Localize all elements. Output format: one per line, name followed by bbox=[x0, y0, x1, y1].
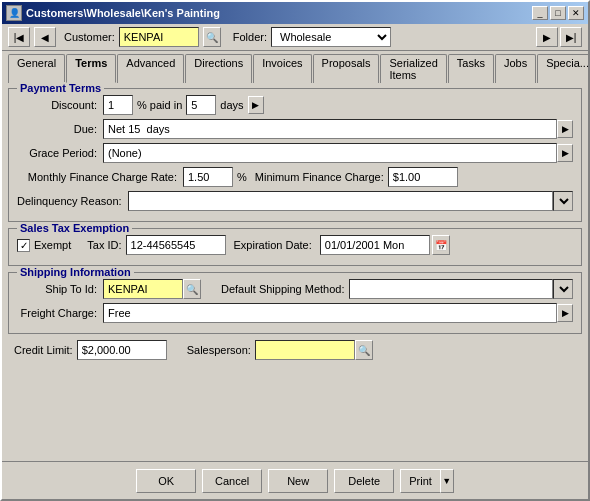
exempt-label: Exempt bbox=[34, 239, 71, 251]
tab-tasks[interactable]: Tasks bbox=[448, 54, 494, 83]
shipping-group: Shipping Information Ship To Id: 🔍 Defau… bbox=[8, 272, 582, 334]
new-button[interactable]: New bbox=[268, 469, 328, 493]
ship-to-input[interactable] bbox=[103, 279, 183, 299]
expiration-input[interactable] bbox=[320, 235, 430, 255]
customer-label: Customer: bbox=[64, 31, 115, 43]
discount-label: Discount: bbox=[17, 99, 97, 111]
nav-first-button[interactable]: |◀ bbox=[8, 27, 30, 47]
customer-search-button[interactable]: 🔍 bbox=[203, 27, 221, 47]
title-bar: 👤 Customers\Wholesale\Ken's Painting _ □… bbox=[2, 2, 588, 24]
tab-directions[interactable]: Directions bbox=[185, 54, 252, 83]
ok-button[interactable]: OK bbox=[136, 469, 196, 493]
default-shipping-input[interactable] bbox=[349, 279, 553, 299]
shipping-title: Shipping Information bbox=[17, 266, 134, 278]
window-controls: _ □ ✕ bbox=[532, 6, 584, 20]
payment-terms-title: Payment Terms bbox=[17, 82, 104, 94]
main-window: 👤 Customers\Wholesale\Ken's Painting _ □… bbox=[0, 0, 590, 501]
nav-last-button[interactable]: ▶| bbox=[560, 27, 582, 47]
delinquency-select[interactable] bbox=[553, 191, 573, 211]
freight-combo: ▶ bbox=[103, 303, 573, 323]
discount-row: Discount: % paid in days ▶ bbox=[17, 95, 573, 115]
delete-button[interactable]: Delete bbox=[334, 469, 394, 493]
app-icon: 👤 bbox=[6, 5, 22, 21]
expiration-calendar-button[interactable]: 📅 bbox=[432, 235, 450, 255]
nav-right: ▶ ▶| bbox=[536, 27, 582, 47]
bottom-bar: OK Cancel New Delete Print ▼ bbox=[2, 461, 588, 499]
due-label: Due: bbox=[17, 123, 97, 135]
grace-combo: ▶ bbox=[103, 143, 573, 163]
delinquency-label: Delinquency Reason: bbox=[17, 195, 122, 207]
salesperson-input[interactable] bbox=[255, 340, 355, 360]
discount-days-input[interactable] bbox=[186, 95, 216, 115]
due-input[interactable] bbox=[103, 119, 557, 139]
folder-label: Folder: bbox=[233, 31, 267, 43]
grace-row: Grace Period: ▶ bbox=[17, 143, 573, 163]
sales-tax-row: ✓ Exempt Tax ID: Expiration Date: 📅 bbox=[17, 235, 573, 255]
tab-special[interactable]: Specia... bbox=[537, 54, 590, 83]
nav-next-button[interactable]: ▶ bbox=[536, 27, 558, 47]
minimize-button[interactable]: _ bbox=[532, 6, 548, 20]
credit-salesperson-row: Credit Limit: Salesperson: 🔍 bbox=[8, 340, 582, 364]
default-shipping-combo bbox=[349, 279, 573, 299]
monthly-suffix: % bbox=[237, 171, 247, 183]
exempt-checkbox-label[interactable]: ✓ Exempt bbox=[17, 239, 71, 252]
grace-input[interactable] bbox=[103, 143, 557, 163]
close-button[interactable]: ✕ bbox=[568, 6, 584, 20]
due-combo: ▶ bbox=[103, 119, 573, 139]
delinquency-row: Delinquency Reason: bbox=[17, 191, 573, 211]
exempt-checkbox[interactable]: ✓ bbox=[17, 239, 30, 252]
tab-content: Payment Terms Discount: % paid in days ▶… bbox=[2, 82, 588, 374]
payment-terms-group: Payment Terms Discount: % paid in days ▶… bbox=[8, 88, 582, 222]
tab-invoices[interactable]: Invoices bbox=[253, 54, 311, 83]
min-charge-input[interactable] bbox=[388, 167, 458, 187]
default-shipping-select[interactable] bbox=[553, 279, 573, 299]
credit-limit-label: Credit Limit: bbox=[14, 344, 73, 356]
maximize-button[interactable]: □ bbox=[550, 6, 566, 20]
expiration-label: Expiration Date: bbox=[234, 239, 312, 251]
nav-prev-button[interactable]: ◀ bbox=[34, 27, 56, 47]
discount-suffix: % paid in bbox=[137, 99, 182, 111]
due-row: Due: ▶ bbox=[17, 119, 573, 139]
salesperson-label: Salesperson: bbox=[187, 344, 251, 356]
credit-limit-input[interactable] bbox=[77, 340, 167, 360]
due-arrow-button[interactable]: ▶ bbox=[557, 120, 573, 138]
min-charge-label: Minimum Finance Charge: bbox=[255, 171, 384, 183]
freight-label: Freight Charge: bbox=[17, 307, 97, 319]
monthly-row: Monthly Finance Charge Rate: % Minimum F… bbox=[17, 167, 573, 187]
tabs-bar: General Terms Advanced Directions Invoic… bbox=[2, 51, 588, 82]
print-arrow-button[interactable]: ▼ bbox=[440, 469, 454, 493]
print-button-group: Print ▼ bbox=[400, 469, 454, 493]
tab-jobs[interactable]: Jobs bbox=[495, 54, 536, 83]
default-shipping-label: Default Shipping Method: bbox=[221, 283, 345, 295]
tab-proposals[interactable]: Proposals bbox=[313, 54, 380, 83]
delinquency-input[interactable] bbox=[128, 191, 553, 211]
ship-to-search-button[interactable]: 🔍 bbox=[183, 279, 201, 299]
freight-row: Freight Charge: ▶ bbox=[17, 303, 573, 323]
print-button[interactable]: Print bbox=[400, 469, 440, 493]
freight-arrow-button[interactable]: ▶ bbox=[557, 304, 573, 322]
tab-terms[interactable]: Terms bbox=[66, 54, 116, 83]
tax-id-input[interactable] bbox=[126, 235, 226, 255]
ship-to-label: Ship To Id: bbox=[17, 283, 97, 295]
sales-tax-group: Sales Tax Exemption ✓ Exempt Tax ID: Exp… bbox=[8, 228, 582, 266]
grace-arrow-button[interactable]: ▶ bbox=[557, 144, 573, 162]
tab-serialized-items[interactable]: Serialized Items bbox=[380, 54, 446, 83]
tax-id-label: Tax ID: bbox=[87, 239, 121, 251]
monthly-label: Monthly Finance Charge Rate: bbox=[17, 171, 177, 183]
freight-input[interactable] bbox=[103, 303, 557, 323]
delinquency-combo bbox=[128, 191, 573, 211]
customer-input[interactable] bbox=[119, 27, 199, 47]
monthly-rate-input[interactable] bbox=[183, 167, 233, 187]
sales-tax-title: Sales Tax Exemption bbox=[17, 222, 132, 234]
tab-advanced[interactable]: Advanced bbox=[117, 54, 184, 83]
discount-arrow-button[interactable]: ▶ bbox=[248, 96, 264, 114]
grace-label: Grace Period: bbox=[17, 147, 97, 159]
tab-general[interactable]: General bbox=[8, 54, 65, 83]
window-title: Customers\Wholesale\Ken's Painting bbox=[26, 7, 528, 19]
salesperson-search-button[interactable]: 🔍 bbox=[355, 340, 373, 360]
folder-select[interactable]: Wholesale bbox=[271, 27, 391, 47]
cancel-button[interactable]: Cancel bbox=[202, 469, 262, 493]
discount-input[interactable] bbox=[103, 95, 133, 115]
toolbar: |◀ ◀ Customer: 🔍 Folder: Wholesale ▶ ▶| bbox=[2, 24, 588, 51]
ship-to-row: Ship To Id: 🔍 Default Shipping Method: bbox=[17, 279, 573, 299]
